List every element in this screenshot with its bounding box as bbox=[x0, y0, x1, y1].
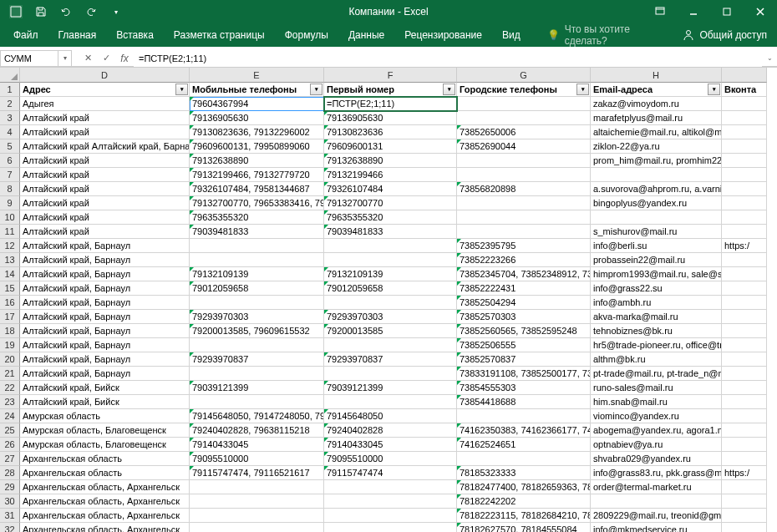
cell[interactable]: 79132199466 bbox=[324, 168, 457, 182]
cell[interactable]: 79240402828 bbox=[324, 423, 457, 438]
column-header[interactable]: H bbox=[591, 68, 722, 83]
cell[interactable]: Архангельская область, Архангельск bbox=[20, 480, 190, 494]
row-header[interactable]: 31 bbox=[0, 509, 20, 523]
ribbon-options-button[interactable] bbox=[643, 0, 677, 23]
cell[interactable]: 79200013585 bbox=[324, 324, 457, 338]
cell[interactable] bbox=[722, 253, 767, 267]
cell[interactable]: Алтайский край bbox=[20, 210, 190, 225]
cell[interactable]: althm@bk.ru bbox=[591, 352, 722, 367]
tab-file[interactable]: Файл bbox=[3, 23, 48, 47]
cell[interactable] bbox=[324, 239, 457, 253]
cell[interactable] bbox=[324, 523, 457, 532]
cell[interactable]: shvabra029@yandex.ru bbox=[591, 452, 722, 466]
cell[interactable]: 79132109139 bbox=[190, 267, 324, 281]
cell[interactable] bbox=[591, 494, 722, 509]
cell[interactable] bbox=[722, 125, 767, 139]
cell[interactable]: 73833191108, 73852500177, 7385 bbox=[457, 367, 591, 381]
cell[interactable]: 79132638890 bbox=[324, 154, 457, 168]
cell[interactable] bbox=[324, 509, 457, 523]
row-header[interactable]: 15 bbox=[0, 281, 20, 296]
cell[interactable] bbox=[722, 438, 767, 452]
cell[interactable] bbox=[722, 296, 767, 310]
cell[interactable] bbox=[324, 494, 457, 509]
row-header[interactable]: 23 bbox=[0, 395, 20, 409]
redo-button[interactable] bbox=[80, 2, 102, 22]
cell[interactable]: a.suvorova@ahprom.ru, a.varnin@ahpr bbox=[591, 182, 722, 196]
cell[interactable]: order@termal-market.ru bbox=[591, 480, 722, 494]
cell[interactable] bbox=[324, 367, 457, 381]
row-header[interactable]: 4 bbox=[0, 125, 20, 139]
row-header[interactable]: 32 bbox=[0, 523, 20, 532]
cell[interactable]: probassein22@mail.ru bbox=[591, 253, 722, 267]
cell[interactable] bbox=[722, 196, 767, 210]
tab-view[interactable]: Вид bbox=[492, 23, 531, 47]
cell[interactable]: https:/ bbox=[722, 239, 767, 253]
cell[interactable] bbox=[722, 324, 767, 338]
cell[interactable] bbox=[722, 409, 767, 423]
row-header[interactable]: 30 bbox=[0, 494, 20, 509]
row-header[interactable]: 3 bbox=[0, 111, 20, 125]
cell[interactable] bbox=[722, 267, 767, 281]
cell[interactable]: =ПСТР(E2;1;11) bbox=[324, 97, 457, 111]
row-header[interactable]: 12 bbox=[0, 239, 20, 253]
cell[interactable]: 73852690044 bbox=[457, 139, 591, 154]
cell[interactable]: 79200013585, 79609615532 bbox=[190, 324, 324, 338]
cell[interactable]: Алтайский край bbox=[20, 168, 190, 182]
cell[interactable]: 79136905630 bbox=[190, 111, 324, 125]
cell[interactable] bbox=[722, 381, 767, 395]
header-cell[interactable]: Адрес▾ bbox=[20, 83, 190, 97]
cell[interactable] bbox=[722, 111, 767, 125]
cell[interactable]: altaichemie@mail.ru, altikol@mail.ru bbox=[591, 125, 722, 139]
cell[interactable] bbox=[324, 338, 457, 352]
column-header[interactable]: D bbox=[20, 68, 190, 83]
cell[interactable]: 79039121399 bbox=[324, 381, 457, 395]
cell[interactable]: 79609600131 bbox=[324, 139, 457, 154]
tab-home[interactable]: Главная bbox=[48, 23, 107, 47]
row-header[interactable]: 20 bbox=[0, 352, 20, 367]
cell[interactable]: 79604367994 bbox=[190, 97, 324, 111]
filter-button[interactable]: ▾ bbox=[708, 84, 720, 95]
tab-pagelayout[interactable]: Разметка страницы bbox=[164, 23, 275, 47]
cell[interactable]: Алтайский край, Барнаул bbox=[20, 352, 190, 367]
cell[interactable]: optnabiev@ya.ru bbox=[591, 438, 722, 452]
cell[interactable] bbox=[457, 168, 591, 182]
row-header[interactable]: 26 bbox=[0, 438, 20, 452]
cell[interactable]: Архангельская область, Архангельск bbox=[20, 494, 190, 509]
cell[interactable]: pt-trade@mail.ru, pt-trade_n@mail.ru bbox=[591, 367, 722, 381]
row-header[interactable]: 25 bbox=[0, 423, 20, 438]
row-header[interactable]: 21 bbox=[0, 367, 20, 381]
cell[interactable] bbox=[591, 168, 722, 182]
cell[interactable] bbox=[457, 225, 591, 239]
cell[interactable]: Алтайский край bbox=[20, 182, 190, 196]
cell[interactable]: Архангельская область, Архангельск bbox=[20, 523, 190, 532]
cell[interactable] bbox=[190, 367, 324, 381]
cell[interactable]: 78185323333 bbox=[457, 466, 591, 480]
cell[interactable]: 79132109139 bbox=[324, 267, 457, 281]
row-header[interactable]: 28 bbox=[0, 466, 20, 480]
row-header[interactable]: 5 bbox=[0, 139, 20, 154]
cell[interactable] bbox=[457, 210, 591, 225]
cell[interactable] bbox=[722, 352, 767, 367]
cell[interactable]: 79115747474, 79116521617 bbox=[190, 466, 324, 480]
cell[interactable] bbox=[324, 296, 457, 310]
cell[interactable]: 74162524651 bbox=[457, 438, 591, 452]
cell[interactable]: 73856820898 bbox=[457, 182, 591, 196]
cell[interactable]: runo-sales@mail.ru bbox=[591, 381, 722, 395]
cell[interactable]: abogema@yandex.ru, agora1.nvz@yan bbox=[591, 423, 722, 438]
cell[interactable]: Алтайский край, Барнаул bbox=[20, 296, 190, 310]
cell[interactable]: 73852560565, 73852595248 bbox=[457, 324, 591, 338]
cell[interactable]: Алтайский край, Бийск bbox=[20, 381, 190, 395]
cell[interactable]: Алтайский край, Барнаул bbox=[20, 310, 190, 324]
cell[interactable] bbox=[190, 296, 324, 310]
cell[interactable]: 79326107484, 79581344687 bbox=[190, 182, 324, 196]
header-cell[interactable]: Городские телефоны▾ bbox=[457, 83, 591, 97]
cell[interactable] bbox=[457, 154, 591, 168]
cell[interactable] bbox=[457, 409, 591, 423]
cell[interactable]: info@grass22.su bbox=[591, 281, 722, 296]
select-all-corner[interactable] bbox=[0, 68, 20, 83]
cell[interactable] bbox=[722, 523, 767, 532]
cell[interactable]: 79012059658 bbox=[324, 281, 457, 296]
cell[interactable]: Алтайский край bbox=[20, 196, 190, 210]
cell[interactable]: 79140433045 bbox=[324, 438, 457, 452]
cell[interactable]: hr5@trade-pioneer.ru, office@trade-pi bbox=[591, 338, 722, 352]
